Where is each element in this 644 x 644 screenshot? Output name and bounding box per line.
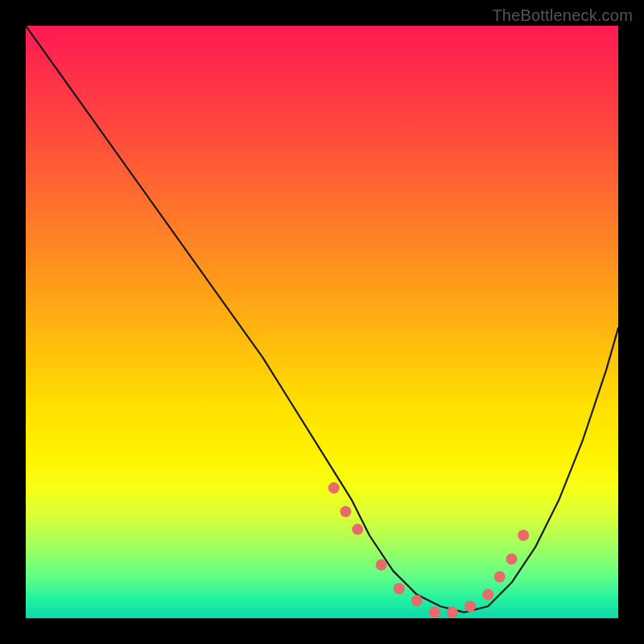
chart-frame: TheBottleneck.com xyxy=(0,0,644,644)
scatter-dot xyxy=(411,595,423,606)
scatter-dot xyxy=(352,524,363,535)
scatter-dot xyxy=(482,589,493,601)
scatter-dot xyxy=(518,530,529,541)
chart-svg xyxy=(26,26,618,618)
scatter-dot xyxy=(394,583,405,594)
scatter-dot xyxy=(494,572,506,583)
bottleneck-curve xyxy=(26,26,618,613)
scatter-dot xyxy=(429,607,440,618)
scatter-dot xyxy=(447,607,458,618)
scatter-dot xyxy=(464,601,476,612)
watermark-text: TheBottleneck.com xyxy=(492,6,633,25)
plot-area xyxy=(26,26,618,618)
scatter-dot xyxy=(340,506,351,518)
scatter-dot xyxy=(376,559,387,571)
scatter-dots xyxy=(328,482,530,618)
scatter-dot xyxy=(506,553,518,564)
scatter-dot xyxy=(328,482,340,493)
